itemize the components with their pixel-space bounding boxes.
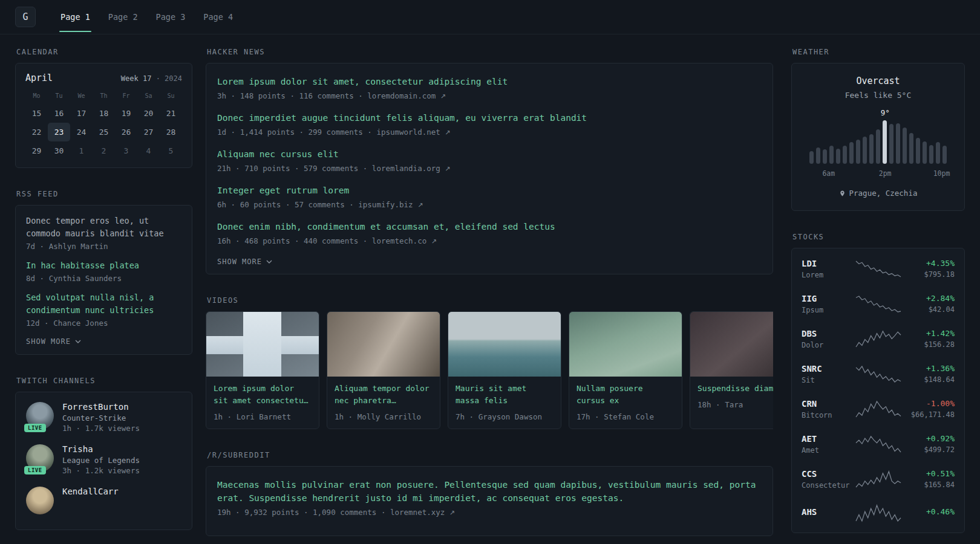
video-card[interactable]: Mauris sit amet massa felis 7h · Grayson…: [448, 311, 561, 429]
calendar-day-next-month[interactable]: 3: [115, 141, 137, 160]
calendar-day-next-month[interactable]: 2: [93, 141, 115, 160]
calendar-day-next-month[interactable]: 1: [70, 141, 93, 160]
external-link-icon[interactable]: ↗: [440, 92, 446, 100]
calendar-day[interactable]: 29: [25, 141, 48, 160]
calendar-day[interactable]: 19: [115, 104, 137, 123]
hn-story-link[interactable]: Donec enim nibh, condimentum et accumsan…: [217, 220, 762, 233]
page-tabs: Page 1 Page 2 Page 3 Page 4: [51, 0, 242, 34]
tab-page-4[interactable]: Page 4: [194, 0, 242, 34]
rss-item-link[interactable]: Sed volutpat nulla nisl, a condimentum n…: [26, 291, 181, 317]
video-thumbnail[interactable]: [569, 312, 682, 377]
video-card[interactable]: Aliquam tempor dolor nec pharetra… 1h · …: [327, 311, 440, 429]
calendar-day[interactable]: 25: [93, 123, 115, 141]
stock-row[interactable]: AHS +0.46%: [802, 497, 955, 529]
channel-name[interactable]: Trisha: [62, 444, 140, 454]
twitch-channel[interactable]: KendallCarr: [26, 487, 181, 514]
hackernews-card: Lorem ipsum dolor sit amet, consectetur …: [206, 63, 773, 274]
rss-item-meta: 12d · Chance Jones: [26, 319, 181, 328]
stock-price: $66,171.48: [903, 410, 955, 419]
stock-row[interactable]: IIGIpsum +2.84%$42.04: [802, 287, 955, 322]
weather-bar: [903, 128, 907, 164]
rss-item-link[interactable]: Donec tempor eros leo, ut commodo mauris…: [26, 215, 181, 240]
video-card[interactable]: Suspendisse diam 18h · Tara: [690, 311, 773, 429]
calendar-day[interactable]: 24: [70, 123, 93, 141]
stock-row[interactable]: CCSConsectetur +0.51%$165.84: [802, 462, 955, 497]
stock-price: $165.84: [903, 481, 955, 489]
hn-story-link[interactable]: Lorem ipsum dolor sit amet, consectetur …: [217, 75, 762, 88]
channel-name[interactable]: KendallCarr: [62, 487, 119, 496]
tab-page-3[interactable]: Page 3: [147, 0, 195, 34]
tab-page-2[interactable]: Page 2: [99, 0, 147, 34]
stock-sparkline: [854, 400, 903, 418]
calendar-day-next-month[interactable]: 5: [160, 141, 182, 160]
app-logo[interactable]: G: [15, 7, 36, 27]
rss-widget: RSS FEED Donec tempor eros leo, ut commo…: [15, 190, 192, 355]
rss-item-link[interactable]: In hac habitasse platea: [26, 259, 181, 272]
stock-change: +0.92%: [903, 434, 955, 443]
rss-item: Donec tempor eros leo, ut commodo mauris…: [26, 215, 181, 251]
calendar-day-selected[interactable]: 23: [48, 123, 70, 141]
calendar-day[interactable]: 22: [25, 123, 48, 141]
weather-time-label: 6am: [822, 169, 835, 178]
hn-story-meta: 1d · 1,414 points · 299 comments · ipsum…: [217, 128, 762, 137]
external-link-icon[interactable]: ↗: [445, 165, 450, 173]
calendar-day[interactable]: 30: [48, 141, 70, 160]
video-card[interactable]: Lorem ipsum dolor sit amet consectetu… 1…: [206, 311, 319, 429]
video-thumbnail[interactable]: [448, 312, 561, 377]
stock-row[interactable]: SNRCSit +1.36%$148.64: [802, 357, 955, 392]
calendar-day[interactable]: 26: [115, 123, 137, 141]
hn-story-link[interactable]: Donec imperdiet augue tincidunt felis al…: [217, 111, 762, 125]
calendar-week-year: Week 17 · 2024: [121, 74, 182, 83]
tab-page-1[interactable]: Page 1: [51, 0, 99, 34]
external-link-icon[interactable]: ↗: [449, 509, 455, 517]
calendar-day[interactable]: 16: [48, 104, 70, 123]
video-thumbnail[interactable]: [206, 312, 319, 377]
video-card[interactable]: Nullam posuere cursus ex 17h · Stefan Co…: [569, 311, 682, 429]
subreddit-card: Maecenas mollis pulvinar erat non posuer…: [206, 466, 773, 536]
weather-bar: [936, 142, 940, 164]
calendar-day[interactable]: 15: [25, 104, 48, 123]
video-title-link[interactable]: Suspendisse diam: [697, 383, 773, 395]
stock-row[interactable]: AETAmet +0.92%$499.72: [802, 427, 955, 462]
stock-change: +0.46%: [903, 507, 955, 516]
hn-story-link[interactable]: Aliquam nec cursus elit: [217, 147, 762, 161]
stock-row[interactable]: DBSDolor +1.42%$156.28: [802, 322, 955, 357]
calendar-day[interactable]: 18: [93, 104, 115, 123]
calendar-day-next-month[interactable]: 4: [137, 141, 160, 160]
calendar-grid: 15 16 17 18 19 20 21 22 23 24 25 26 27 2…: [25, 104, 182, 160]
calendar-day[interactable]: 21: [160, 104, 182, 123]
external-link-icon[interactable]: ↗: [431, 238, 437, 245]
video-title-link[interactable]: Mauris sit amet massa felis: [456, 383, 554, 407]
stock-symbol: AHS: [802, 507, 854, 517]
hackernews-show-more-button[interactable]: SHOW MORE: [217, 257, 272, 266]
stock-name: Lorem: [802, 271, 854, 279]
twitch-channel[interactable]: LIVE ForrestBurton Counter-Strike 1h · 1…: [26, 402, 181, 433]
subreddit-post: Maecenas mollis pulvinar erat non posuer…: [217, 478, 762, 517]
video-thumbnail[interactable]: [690, 312, 773, 377]
stock-row[interactable]: LDILorem +4.35%$795.18: [802, 251, 955, 287]
subreddit-heading: /R/SUBREDDIT: [207, 451, 773, 459]
stock-sparkline: [854, 435, 903, 453]
external-link-icon[interactable]: ↗: [417, 201, 423, 209]
video-thumbnail[interactable]: [327, 312, 440, 377]
subreddit-post-link[interactable]: Maecenas mollis pulvinar erat non posuer…: [217, 478, 762, 505]
external-link-icon[interactable]: ↗: [445, 129, 450, 137]
video-title-link[interactable]: Lorem ipsum dolor sit amet consectetu…: [214, 383, 312, 407]
calendar-day[interactable]: 20: [137, 104, 160, 123]
weather-bar: [843, 146, 847, 164]
hn-story-link[interactable]: Integer eget rutrum lorem: [217, 184, 762, 197]
video-title-link[interactable]: Nullam posuere cursus ex: [577, 383, 675, 407]
calendar-day[interactable]: 17: [70, 104, 93, 123]
calendar-dow-row: Mo Tu We Th Fr Sa Su: [25, 92, 182, 99]
stock-row[interactable]: CRNBitcorn -1.00%$66,171.48: [802, 392, 955, 427]
weather-bar: [869, 134, 874, 164]
channel-name[interactable]: ForrestBurton: [62, 402, 140, 412]
rss-show-more-button[interactable]: SHOW MORE: [26, 337, 81, 346]
twitch-channel[interactable]: LIVE Trisha League of Legends 3h · 1.2k …: [26, 444, 181, 475]
chevron-down-icon: [75, 340, 81, 343]
stock-symbol: CCS: [802, 469, 854, 479]
calendar-day[interactable]: 28: [160, 123, 182, 141]
video-title-link[interactable]: Aliquam tempor dolor nec pharetra…: [335, 383, 433, 407]
calendar-day[interactable]: 27: [137, 123, 160, 141]
weather-bar: [876, 129, 880, 164]
